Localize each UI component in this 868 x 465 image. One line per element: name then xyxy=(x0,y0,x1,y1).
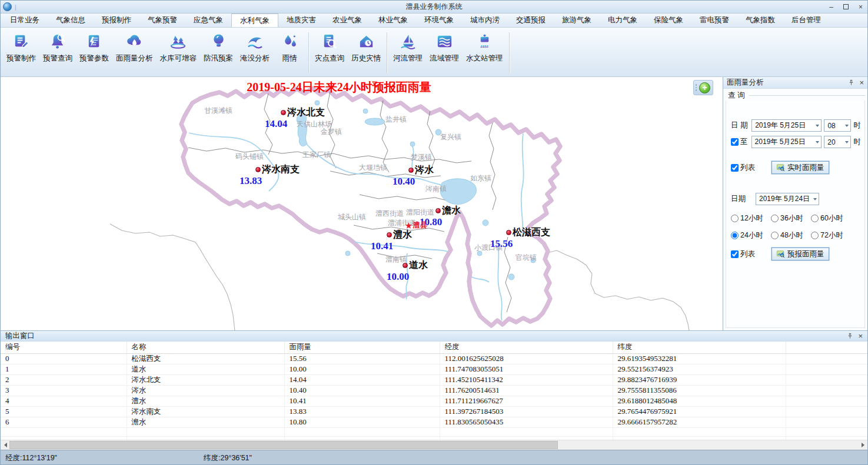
table-row[interactable]: 2 涔水北支 14.04 111.452105411342 29.8823476… xyxy=(1,374,867,385)
station-rainfall-value: 14.04 xyxy=(265,118,325,130)
menu-tab[interactable]: 农业气象 xyxy=(324,14,370,27)
toolbar-button[interactable]: 灾点查询 xyxy=(311,30,348,75)
output-close-icon[interactable]: × xyxy=(858,332,863,340)
pin-icon[interactable] xyxy=(847,333,853,339)
menu-tab[interactable]: 日常业务 xyxy=(2,14,48,27)
toolbar-button[interactable]: 水库可增容 xyxy=(157,30,201,75)
column-header[interactable]: 名称 xyxy=(127,342,284,353)
app-window: | 澧县业务制作系统 – × 日常业务气象信息预报制作气象预警应急气象水利气象地… xyxy=(0,0,868,465)
chevron-down-icon xyxy=(845,125,849,127)
toolbar-button[interactable]: 预警查询 xyxy=(39,30,76,75)
table-row[interactable]: 1 道水 10.00 111.747083055051 29.552156374… xyxy=(1,364,867,374)
maximize-button[interactable] xyxy=(843,4,849,9)
duration-radio[interactable]: 48小时 xyxy=(771,230,811,240)
scrollbar-thumb[interactable] xyxy=(9,441,558,449)
menu-tab[interactable]: 雷电预警 xyxy=(691,14,737,27)
realtime-list-checkbox[interactable] xyxy=(731,164,739,172)
column-header[interactable]: 经度 xyxy=(440,342,613,353)
realtime-rainfall-button[interactable]: 实时面雨量 xyxy=(771,161,829,174)
rain-station[interactable]: 涔水 10.40 xyxy=(408,164,434,188)
rain-station[interactable]: 澹水 10.80 xyxy=(435,205,461,228)
scroll-left-arrow-icon[interactable] xyxy=(1,440,10,450)
toolbar-button[interactable]: 预警参数 xyxy=(76,30,112,75)
menu-tab[interactable]: 应急气象 xyxy=(185,14,231,27)
station-dot-icon xyxy=(255,167,261,172)
rainfall-table: 编号名称面雨量经度纬度 0 松滋西支 15.56 112.00162562502… xyxy=(1,342,867,440)
hour-unit-label: 时 xyxy=(854,137,862,147)
menu-tab[interactable]: 旅游气象 xyxy=(554,14,600,27)
menu-tab[interactable]: 地质灾害 xyxy=(278,14,324,27)
menu-tab[interactable]: 气象预警 xyxy=(139,14,185,27)
table-row[interactable]: 4 澧水 10.41 111.711219667627 29.618801248… xyxy=(1,396,867,406)
toolbar-button[interactable]: 河流管理 xyxy=(390,30,426,75)
toolbar-button[interactable]: 淹没分析 xyxy=(237,30,273,75)
table-row[interactable]: 0 松滋西支 15.56 112.001625625028 29.6193549… xyxy=(1,353,867,364)
menu-bar: 日常业务气象信息预报制作气象预警应急气象水利气象地质灾害农业气象林业气象环境气象… xyxy=(1,14,867,28)
end-hour-combobox[interactable]: 20 xyxy=(824,136,850,148)
chevron-down-icon xyxy=(845,141,849,143)
menu-tab[interactable]: 交通预报 xyxy=(508,14,554,27)
horizontal-scrollbar[interactable] xyxy=(1,440,867,450)
duration-radio[interactable]: 24小时 xyxy=(731,230,771,240)
forecast-list-checkbox[interactable] xyxy=(731,250,739,258)
toolbar-button[interactable]: 流域管理 xyxy=(426,30,463,75)
table-row[interactable]: 3 涔水 10.40 111.76200514631 29.7555811355… xyxy=(1,385,867,396)
menu-tab[interactable]: 城市内涝 xyxy=(462,14,508,27)
menu-tab[interactable]: 保险气象 xyxy=(646,14,691,27)
column-header[interactable]: 编号 xyxy=(1,342,127,353)
app-logo-icon xyxy=(3,2,12,11)
rain-station[interactable]: 涔水南支 13.83 xyxy=(255,163,300,187)
menu-tab[interactable]: 林业气象 xyxy=(370,14,416,27)
doc-bolt-icon xyxy=(85,32,104,51)
rain-station[interactable]: 松滋西支 15.56 xyxy=(506,226,550,250)
query-group-body: 日 期 2019年 5月25日 08 时 至 2019年 5月25日 xyxy=(726,101,865,328)
start-date-combobox[interactable]: 2019年 5月25日 xyxy=(751,119,822,132)
toolbar-button[interactable]: 水文站管理 xyxy=(463,30,507,75)
panel-header: 面雨量分析 × xyxy=(723,77,867,89)
close-button[interactable]: × xyxy=(859,4,863,11)
chart-icon xyxy=(776,250,785,258)
toolbar-button[interactable]: 历史灾情 xyxy=(348,30,384,75)
menu-tab[interactable]: 气象信息 xyxy=(48,14,94,27)
column-header[interactable]: 面雨量 xyxy=(284,342,440,353)
station-dot-icon xyxy=(435,208,441,213)
station-rainfall-value: 10.41 xyxy=(371,240,412,252)
pin-icon[interactable] xyxy=(848,79,854,86)
start-hour-combobox[interactable]: 08 xyxy=(824,119,850,132)
grip-handle-icon[interactable] xyxy=(696,84,697,91)
minimize-button[interactable]: – xyxy=(829,4,833,11)
station-dot-icon xyxy=(387,232,392,237)
duration-radio[interactable]: 12小时 xyxy=(731,213,771,223)
rain-station[interactable]: 道水 10.00 xyxy=(403,259,428,283)
toolbar-button[interactable]: 雨情 xyxy=(273,30,306,75)
table-row[interactable]: 5 涔水南支 13.83 111.397267184503 29.7654476… xyxy=(1,406,867,417)
scroll-right-arrow-icon[interactable] xyxy=(858,440,867,450)
menu-tab[interactable]: 水利气象 xyxy=(231,14,278,27)
toolbar-button[interactable]: 预警制作 xyxy=(3,30,39,75)
menu-tab[interactable]: 环境气象 xyxy=(416,14,462,27)
table-row[interactable]: 6 澹水 10.80 111.830565050435 29.666615795… xyxy=(1,417,867,427)
menu-tab[interactable]: 后台管理 xyxy=(783,14,829,27)
duration-radio[interactable]: 36小时 xyxy=(771,213,811,223)
end-date-checkbox[interactable] xyxy=(731,138,739,146)
toolbar-button[interactable]: 面雨量分析 xyxy=(112,30,157,75)
menu-tab[interactable]: 预报制作 xyxy=(94,14,139,27)
menu-tab[interactable]: 气象指数 xyxy=(737,14,783,27)
column-header[interactable]: 纬度 xyxy=(613,342,786,353)
station-rainfall-value: 15.56 xyxy=(490,238,550,250)
map-canvas[interactable]: 甘溪滩镇盐井镇天供山林场金罗镇复兴镇码头铺镇王家厂镇梦溪镇大堰垱镇如东镇涔南镇城… xyxy=(1,77,723,330)
neighbor-boundary-southwest xyxy=(110,224,235,330)
station-name: 涔水南支 xyxy=(262,163,300,176)
rain-station[interactable]: 涔水北支 14.04 xyxy=(281,106,325,130)
add-layer-button[interactable]: + xyxy=(699,82,710,93)
end-date-combobox[interactable]: 2019年 5月25日 xyxy=(751,136,822,148)
forecast-rainfall-button[interactable]: 预报面雨量 xyxy=(771,247,829,260)
duration-radio[interactable]: 72小时 xyxy=(811,230,851,240)
to-label: 至 xyxy=(740,137,751,147)
rain-station[interactable]: 澧水 10.41 xyxy=(387,229,412,252)
toolbar-button[interactable]: 防汛预案 xyxy=(200,30,237,75)
duration-radio[interactable]: 60小时 xyxy=(811,213,851,223)
forecast-date-combobox[interactable]: 2019年 5月24日 xyxy=(756,193,819,205)
menu-tab[interactable]: 电力气象 xyxy=(600,14,646,27)
panel-close-icon[interactable]: × xyxy=(859,79,864,86)
